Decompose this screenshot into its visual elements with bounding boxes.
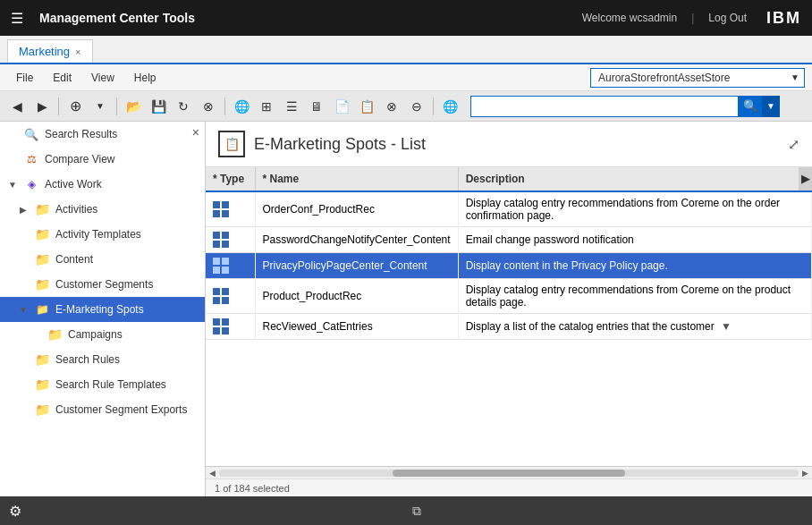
menu-view[interactable]: View	[82, 68, 123, 88]
search-dropdown-button[interactable]: ▼	[762, 96, 780, 117]
customer-segment-exports-folder-icon: 📁	[34, 402, 50, 418]
row-type-icon	[213, 258, 229, 274]
sidebar-item-search-rule-templates[interactable]: 📁 Search Rule Templates	[0, 372, 205, 397]
col-header-name: * Name	[255, 167, 458, 191]
sidebar-label-compare-view: Compare View	[45, 153, 114, 165]
grid-button[interactable]: ⊞	[255, 95, 278, 118]
store-select-wrapper: AuroraStorefrontAssetStore ▼	[590, 68, 805, 88]
row-desc-cell: Display a list of the catalog entries th…	[458, 314, 811, 340]
row-type-icon	[213, 288, 229, 304]
sidebar-label-search-rules: Search Rules	[55, 353, 120, 366]
row-type-cell	[206, 314, 255, 340]
campaigns-folder-icon: 📁	[47, 326, 63, 343]
scroll-thumb[interactable]	[393, 470, 624, 477]
menu-file[interactable]: File	[7, 68, 42, 88]
sidebar-label-active-work: Active Work	[45, 178, 102, 191]
sidebar-label-customer-segments: Customer Segments	[55, 278, 153, 291]
monitor-button[interactable]: 🖥	[305, 95, 328, 118]
sidebar-item-search-results[interactable]: 🔍 Search Results	[0, 122, 205, 147]
table-row[interactable]: PrivacyPolicyPageCenter_Content Display …	[206, 253, 812, 279]
welcome-text: Welcome wcsadmin	[582, 12, 677, 24]
table-container[interactable]: * Type * Name Description ▶	[206, 167, 812, 466]
scroll-left-arrow[interactable]: ◀	[209, 469, 216, 478]
active-work-icon: ◈	[23, 176, 39, 192]
sidebar-item-active-work[interactable]: ▼ ◈ Active Work	[0, 172, 205, 197]
globe-button[interactable]: 🌐	[230, 95, 253, 118]
settings-icon[interactable]: ⚙	[9, 503, 21, 520]
logout-button[interactable]: Log Out	[708, 12, 747, 24]
sidebar-item-campaigns[interactable]: 📁 Campaigns	[0, 322, 205, 347]
activity-templates-folder-icon: 📁	[34, 226, 50, 242]
tab-bar: Marketing ×	[0, 36, 812, 64]
toolbar-sep-4	[433, 97, 434, 115]
sidebar-item-content[interactable]: 📁 Content	[0, 247, 205, 272]
table-row[interactable]: RecViewed_CatEntries Display a list of t…	[206, 314, 812, 340]
table-row[interactable]: OrderConf_ProductRec Display catalog ent…	[206, 191, 812, 227]
sidebar-item-compare-view[interactable]: ⚖ Compare View	[0, 147, 205, 172]
forward-button[interactable]: ▶	[30, 95, 54, 118]
content-folder-icon: 📁	[34, 251, 50, 267]
delete-button[interactable]: ⊗	[380, 95, 403, 118]
row-name-cell: OrderConf_ProductRec	[255, 191, 458, 227]
row-desc-cell: Display catalog entry recommendations fr…	[458, 191, 811, 227]
menu-help[interactable]: Help	[125, 68, 165, 88]
copy-button[interactable]: 📋	[355, 95, 378, 118]
open-button[interactable]: 📂	[122, 95, 145, 118]
row-name-cell: PasswordChangeNotifyCenter_Content	[255, 227, 458, 253]
row-desc-cell: Display catalog entry recommendations fr…	[458, 279, 811, 314]
save-button[interactable]: 💾	[147, 95, 170, 118]
row-type-icon	[213, 201, 229, 217]
url-globe-button[interactable]: 🌐	[438, 95, 461, 118]
customer-segments-folder-icon: 📁	[34, 276, 50, 292]
activities-folder-icon: 📁	[34, 201, 50, 217]
sidebar-item-activities[interactable]: ▶ 📁 Activities	[0, 197, 205, 222]
toolbar-sep-1	[58, 97, 59, 115]
list-button[interactable]: ☰	[280, 95, 303, 118]
tab-close-icon[interactable]: ×	[75, 47, 80, 57]
tab-marketing[interactable]: Marketing ×	[7, 39, 93, 63]
sidebar-item-customer-segments[interactable]: 📁 Customer Segments	[0, 272, 205, 297]
content-icon-symbol: 📋	[224, 137, 240, 151]
sidebar-item-search-rules[interactable]: 📁 Search Rules	[0, 347, 205, 372]
sidebar-item-activity-templates[interactable]: 📁 Activity Templates	[0, 222, 205, 247]
table-row[interactable]: PasswordChangeNotifyCenter_Content Email…	[206, 227, 812, 253]
sidebar-item-customer-segment-exports[interactable]: 📁 Customer Segment Exports	[0, 397, 205, 422]
stop-button[interactable]: ⊗	[197, 95, 220, 118]
add-dropdown-button[interactable]: ▼	[89, 95, 112, 118]
search-button[interactable]: 🔍	[739, 96, 762, 117]
search-input[interactable]	[470, 96, 739, 117]
back-button[interactable]: ◀	[5, 95, 29, 118]
expand-button[interactable]: ⤢	[788, 136, 799, 153]
bottom-center: ⧉	[30, 504, 803, 519]
scroll-right-arrow[interactable]: ▶	[802, 469, 808, 478]
hamburger-icon[interactable]: ☰	[11, 10, 23, 27]
active-work-expand: ▼	[7, 180, 18, 190]
table-row[interactable]: Product_ProductRec Display catalog entry…	[206, 279, 812, 314]
search-rules-folder-icon: 📁	[34, 351, 50, 368]
sidebar-close-button[interactable]: ×	[192, 125, 199, 140]
add-button[interactable]: ⊕	[63, 95, 87, 118]
col-header-desc: Description ▶	[458, 167, 811, 191]
sidebar-item-e-marketing-spots[interactable]: ▼ 📁 E-Marketing Spots	[0, 297, 205, 322]
tab-label: Marketing	[19, 45, 70, 58]
window-restore-icon[interactable]: ⧉	[412, 504, 421, 519]
row-type-cell	[206, 253, 255, 279]
horizontal-scrollbar[interactable]: ◀ ▶	[206, 466, 812, 478]
scroll-track[interactable]	[219, 470, 799, 477]
sidebar-label-search-rule-templates: Search Rule Templates	[55, 378, 166, 391]
zoom-out-button[interactable]: ⊖	[405, 95, 428, 118]
bottom-bar: ⚙ ⧉	[0, 496, 812, 525]
sidebar-label-customer-segment-exports: Customer Segment Exports	[55, 403, 187, 416]
sidebar-label-activities: Activities	[55, 203, 97, 216]
menu-edit[interactable]: Edit	[44, 68, 80, 88]
scroll-right-button[interactable]: ▶	[799, 167, 811, 191]
sidebar-label-campaigns: Campaigns	[68, 328, 123, 341]
doc-button[interactable]: 📄	[330, 95, 353, 118]
store-dropdown[interactable]: AuroraStorefrontAssetStore	[590, 68, 805, 88]
row-scroll-down[interactable]: ▼	[721, 320, 732, 333]
refresh-button[interactable]: ↻	[172, 95, 195, 118]
row-name-cell: Product_ProductRec	[255, 279, 458, 314]
compare-icon: ⚖	[23, 151, 39, 167]
row-type-icon	[213, 232, 229, 248]
sidebar-label-search-results: Search Results	[45, 128, 117, 140]
